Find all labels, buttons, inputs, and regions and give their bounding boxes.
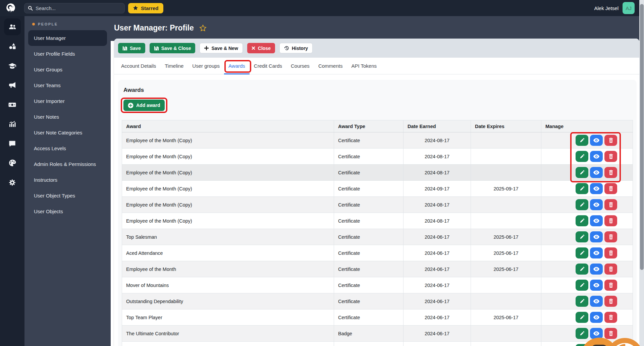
save-and-close-button[interactable]: Save & Close (150, 43, 196, 53)
starred-button[interactable]: Starred (128, 3, 163, 13)
eye-icon (593, 219, 599, 223)
save-and-new-button[interactable]: Save & New (200, 43, 243, 53)
view-button[interactable] (590, 167, 603, 178)
delete-button[interactable] (604, 296, 617, 307)
view-button[interactable] (590, 247, 603, 258)
edit-button[interactable] (576, 296, 588, 307)
page-scrollbar[interactable] (639, 0, 644, 346)
view-button[interactable] (590, 135, 603, 146)
view-button[interactable] (590, 312, 603, 323)
edit-button[interactable] (576, 215, 588, 226)
view-button[interactable] (590, 183, 603, 194)
close-button[interactable]: Close (247, 43, 275, 53)
search-input[interactable] (36, 5, 121, 11)
sidebar-item-label: User Groups (34, 67, 62, 72)
view-button[interactable] (590, 264, 603, 275)
sidebar-item[interactable]: Admin Roles & Permissions (28, 156, 107, 172)
edit-button[interactable] (576, 199, 588, 210)
manage-cell (541, 293, 633, 309)
edit-button[interactable] (576, 280, 588, 291)
rail-item-comments[interactable] (4, 135, 21, 152)
delete-button[interactable] (604, 199, 617, 210)
tab[interactable]: Courses (286, 58, 314, 74)
view-button[interactable] (590, 280, 603, 291)
sidebar-item-label: User Profile Fields (34, 51, 75, 57)
rail-item-marketing[interactable] (4, 77, 21, 94)
date-expires-cell (471, 149, 541, 165)
save-button[interactable]: Save (118, 43, 145, 53)
rail-item-settings[interactable] (4, 174, 21, 191)
app-logo-elephant-icon[interactable] (4, 1, 17, 15)
pencil-icon (580, 218, 585, 223)
edit-button[interactable] (576, 328, 588, 339)
view-button[interactable] (590, 199, 603, 210)
delete-button[interactable] (604, 231, 617, 242)
edit-button[interactable] (576, 151, 588, 162)
edit-button[interactable] (576, 135, 588, 146)
date-expires-cell (471, 342, 541, 346)
sidebar-item[interactable]: User Importer (28, 93, 107, 109)
sidebar-item[interactable]: Instructors (28, 172, 107, 188)
rail-item-reports[interactable] (4, 116, 21, 132)
tab[interactable]: Account Details (117, 58, 160, 74)
awards-table: Award Award Type Date Earned Date Expire… (122, 120, 633, 346)
edit-button[interactable] (576, 247, 588, 258)
history-button[interactable]: History (279, 43, 313, 53)
date-expires-cell (471, 213, 541, 229)
sidebar-item-label: User Notes (34, 114, 59, 120)
rail-item-learning[interactable] (4, 57, 21, 74)
tab[interactable]: Timeline (160, 58, 188, 74)
tab[interactable]: API Tokens (347, 58, 381, 74)
trash-icon (609, 315, 613, 320)
rail-item-commerce[interactable] (4, 96, 21, 113)
edit-button[interactable] (576, 167, 588, 178)
delete-button[interactable] (604, 328, 617, 339)
view-button[interactable] (590, 296, 603, 307)
sidebar-item[interactable]: Access Levels (28, 140, 107, 156)
tab[interactable]: Awards (224, 58, 250, 74)
delete-button[interactable] (604, 215, 617, 226)
view-button[interactable] (590, 215, 603, 226)
delete-button[interactable] (604, 151, 617, 162)
pencil-icon (580, 170, 585, 175)
delete-button[interactable] (604, 167, 617, 178)
col-award-type: Award Type (334, 120, 404, 132)
eye-icon (593, 138, 599, 142)
view-button[interactable] (590, 328, 603, 339)
delete-button[interactable] (604, 264, 617, 275)
rail-item-objects[interactable] (4, 38, 21, 55)
scrollbar-thumb[interactable] (640, 4, 644, 270)
add-award-button[interactable]: Add award (123, 100, 165, 111)
delete-button[interactable] (604, 183, 617, 194)
favorite-star-outline-icon[interactable] (199, 24, 207, 32)
sidebar-item[interactable]: User Teams (28, 77, 107, 93)
plus-circle-icon (128, 103, 133, 108)
delete-button[interactable] (604, 247, 617, 258)
sidebar-item[interactable]: User Groups (28, 62, 107, 77)
sidebar-item[interactable]: User Object Types (28, 188, 107, 204)
delete-button[interactable] (604, 312, 617, 323)
date-expires-cell (471, 293, 541, 309)
edit-button[interactable] (576, 312, 588, 323)
view-button[interactable] (590, 151, 603, 162)
sidebar-item[interactable]: User Note Categories (28, 125, 107, 140)
manage-cell (541, 245, 633, 261)
sidebar-item[interactable]: User Objects (28, 204, 107, 219)
edit-button[interactable] (576, 183, 588, 194)
sidebar-item[interactable]: User Notes (28, 109, 107, 125)
rail-item-appearance[interactable] (4, 155, 21, 171)
sidebar-item[interactable]: User Manager (28, 30, 107, 46)
tab[interactable]: User groups (188, 58, 224, 74)
edit-button[interactable] (576, 231, 588, 242)
tab[interactable]: Comments (314, 58, 347, 74)
delete-button[interactable] (604, 280, 617, 291)
award-row: Mover of MountainsCertificate2024-06-17 (122, 277, 633, 293)
date-earned-cell: 2024-08-17 (404, 197, 471, 213)
avatar[interactable]: AJ (623, 2, 635, 14)
sidebar-item[interactable]: User Profile Fields (28, 46, 107, 62)
delete-button[interactable] (604, 135, 617, 146)
view-button[interactable] (590, 231, 603, 242)
rail-item-people[interactable] (4, 18, 21, 35)
edit-button[interactable] (576, 264, 588, 275)
tab[interactable]: Credit Cards (250, 58, 286, 74)
